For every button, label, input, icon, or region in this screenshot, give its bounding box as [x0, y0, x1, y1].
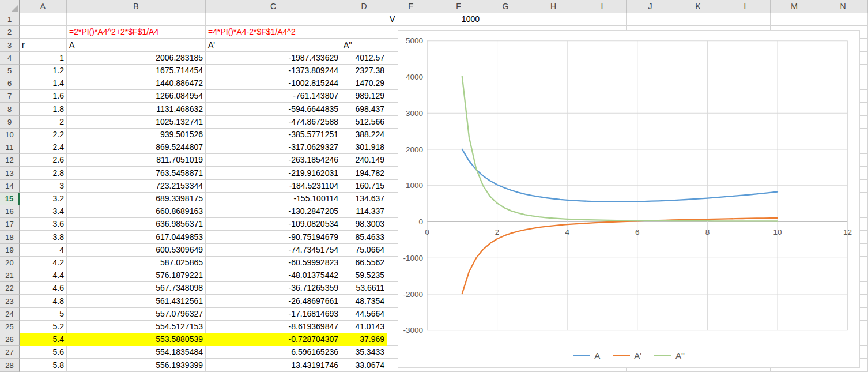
legend-item-A[interactable]: A: [573, 351, 600, 360]
cell-C22[interactable]: -36.71265359: [206, 282, 341, 295]
row-header-3[interactable]: 3: [0, 39, 20, 51]
row-header-23[interactable]: 23: [0, 295, 20, 307]
column-header-E[interactable]: E: [387, 0, 435, 13]
column-header-C[interactable]: C: [206, 0, 341, 13]
row-header-10[interactable]: 10: [0, 129, 20, 141]
column-header-I[interactable]: I: [578, 0, 627, 13]
cell-A27[interactable]: 5.6: [20, 346, 67, 359]
cell-C20[interactable]: -60.59992823: [206, 257, 341, 269]
column-header-H[interactable]: H: [529, 0, 578, 13]
cell-I1[interactable]: [578, 13, 627, 26]
row-header-13[interactable]: 13: [0, 167, 20, 179]
cell-C10[interactable]: -385.5771251: [206, 129, 341, 141]
cell-A25[interactable]: 5.2: [20, 321, 67, 333]
cell-B11[interactable]: 869.5244807: [67, 141, 206, 154]
cell-A9[interactable]: 2: [20, 116, 67, 129]
cell-E1[interactable]: V: [387, 13, 435, 26]
cell-A24[interactable]: 5: [20, 308, 67, 321]
cell-A17[interactable]: 3.6: [20, 218, 67, 231]
cell-B28[interactable]: 556.1939399: [67, 359, 206, 371]
row-header-24[interactable]: 24: [0, 308, 20, 321]
cell-C27[interactable]: 6.596165236: [206, 346, 341, 359]
series-line-Ap[interactable]: [462, 218, 778, 294]
row-header-22[interactable]: 22: [0, 282, 20, 295]
cell-C1[interactable]: [206, 13, 341, 26]
column-header-K[interactable]: K: [674, 0, 722, 13]
cell-D20[interactable]: 66.5562: [341, 257, 387, 269]
row-header-28[interactable]: 28: [0, 359, 20, 371]
row-header-27[interactable]: 27: [0, 346, 20, 359]
cell-B2[interactable]: =2*PI()*A4^2+2*$F$1/A4: [67, 26, 206, 39]
cell-B3[interactable]: A: [67, 39, 206, 51]
cell-A12[interactable]: 2.6: [20, 154, 67, 167]
row-header-18[interactable]: 18: [0, 231, 20, 243]
row-header-2[interactable]: 2: [0, 26, 20, 39]
cell-B7[interactable]: 1266.084954: [67, 90, 206, 103]
row-header-15[interactable]: 15: [0, 193, 20, 205]
cell-D12[interactable]: 240.149: [341, 154, 387, 167]
column-header-F[interactable]: F: [435, 0, 482, 13]
cell-C26[interactable]: -0.728704307: [206, 333, 341, 346]
cell-B19[interactable]: 600.5309649: [67, 244, 206, 257]
cell-C28[interactable]: 13.43191746: [206, 359, 341, 371]
cell-A11[interactable]: 2.4: [20, 141, 67, 154]
cell-A21[interactable]: 4.4: [20, 269, 67, 282]
cell-D13[interactable]: 194.782: [341, 167, 387, 179]
cell-B6[interactable]: 1440.886472: [67, 77, 206, 90]
cell-A1[interactable]: [20, 13, 67, 26]
cell-B21[interactable]: 576.1879221: [67, 269, 206, 282]
cell-B4[interactable]: 2006.283185: [67, 52, 206, 65]
cell-B24[interactable]: 557.0796327: [67, 308, 206, 321]
cell-N1[interactable]: [818, 13, 868, 26]
cell-D17[interactable]: 98.3003: [341, 218, 387, 231]
column-header-M[interactable]: M: [771, 0, 818, 13]
cell-B1[interactable]: [67, 13, 206, 26]
cell-B8[interactable]: 1131.468632: [67, 103, 206, 115]
cell-C19[interactable]: -74.73451754: [206, 244, 341, 257]
cell-C15[interactable]: -155.100114: [206, 193, 341, 205]
column-header-B[interactable]: B: [67, 0, 206, 13]
cell-B20[interactable]: 587.025865: [67, 257, 206, 269]
cell-D15[interactable]: 134.637: [341, 193, 387, 205]
cell-C16[interactable]: -130.2847205: [206, 205, 341, 218]
cell-C7[interactable]: -761.143807: [206, 90, 341, 103]
cell-D8[interactable]: 698.437: [341, 103, 387, 115]
series-line-A[interactable]: [462, 149, 778, 202]
cell-D4[interactable]: 4012.57: [341, 52, 387, 65]
cell-C17[interactable]: -109.0820534: [206, 218, 341, 231]
cell-D7[interactable]: 989.129: [341, 90, 387, 103]
row-header-12[interactable]: 12: [0, 154, 20, 167]
cell-C2[interactable]: =4*PI()*A4-2*$F$1/A4^2: [206, 26, 341, 39]
cell-A18[interactable]: 3.8: [20, 231, 67, 243]
cell-D1[interactable]: [341, 13, 387, 26]
cell-A10[interactable]: 2.2: [20, 129, 67, 141]
cell-B9[interactable]: 1025.132741: [67, 116, 206, 129]
row-header-5[interactable]: 5: [0, 65, 20, 77]
cell-A20[interactable]: 4.2: [20, 257, 67, 269]
legend-item-Ap[interactable]: A': [613, 351, 641, 360]
cell-A23[interactable]: 4.8: [20, 295, 67, 307]
cell-B10[interactable]: 939.501526: [67, 129, 206, 141]
cell-D28[interactable]: 33.0674: [341, 359, 387, 371]
cell-B15[interactable]: 689.3398175: [67, 193, 206, 205]
cell-D18[interactable]: 85.4633: [341, 231, 387, 243]
cell-B26[interactable]: 553.5880539: [67, 333, 206, 346]
cell-D11[interactable]: 301.918: [341, 141, 387, 154]
cell-A5[interactable]: 1.2: [20, 65, 67, 77]
cell-C3[interactable]: A': [206, 39, 341, 51]
row-header-1[interactable]: 1: [0, 13, 20, 26]
cell-G1[interactable]: [482, 13, 529, 26]
cell-D2[interactable]: [341, 26, 387, 39]
cell-J1[interactable]: [627, 13, 674, 26]
cell-B13[interactable]: 763.5458871: [67, 167, 206, 179]
cell-B22[interactable]: 567.7348098: [67, 282, 206, 295]
column-header-N[interactable]: N: [818, 0, 868, 13]
select-all-corner[interactable]: [0, 0, 20, 13]
cell-C14[interactable]: -184.5231104: [206, 180, 341, 193]
cell-A28[interactable]: 5.8: [20, 359, 67, 371]
cell-B14[interactable]: 723.2153344: [67, 180, 206, 193]
cell-C5[interactable]: -1373.809244: [206, 65, 341, 77]
cell-C23[interactable]: -26.48697661: [206, 295, 341, 307]
cell-C13[interactable]: -219.9162031: [206, 167, 341, 179]
cell-D23[interactable]: 48.7354: [341, 295, 387, 307]
